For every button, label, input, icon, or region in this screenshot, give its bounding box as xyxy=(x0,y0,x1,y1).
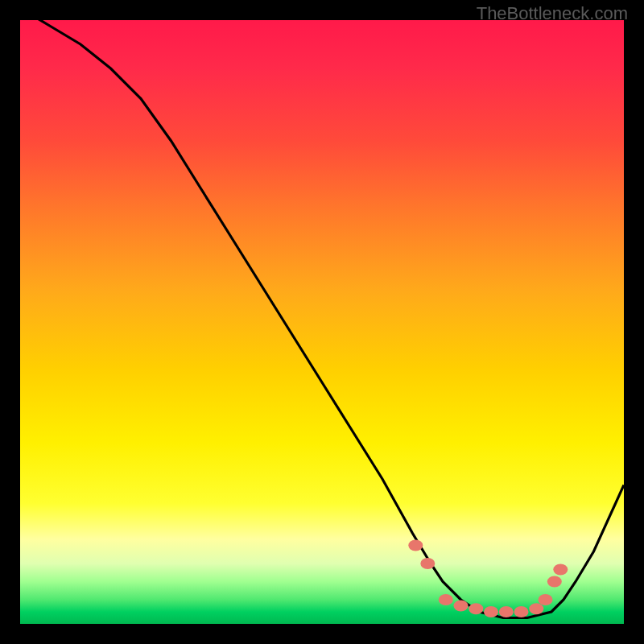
chart-svg xyxy=(20,20,624,624)
marker-dot xyxy=(553,564,568,576)
marker-dot xyxy=(420,558,435,569)
marker-dot xyxy=(499,606,514,617)
marker-dot xyxy=(469,603,483,614)
marker-dot xyxy=(439,594,453,605)
marker-dot xyxy=(484,606,498,617)
marker-dot xyxy=(514,606,529,617)
marker-dot xyxy=(539,594,553,605)
marker-dot xyxy=(454,601,469,612)
marker-dot xyxy=(547,576,562,588)
bottleneck-curve xyxy=(20,20,624,618)
optimal-markers xyxy=(408,540,568,618)
watermark-text: TheBottleneck.com xyxy=(477,3,628,24)
marker-dot xyxy=(529,603,543,614)
plot-area xyxy=(20,20,624,624)
marker-dot xyxy=(408,540,423,551)
